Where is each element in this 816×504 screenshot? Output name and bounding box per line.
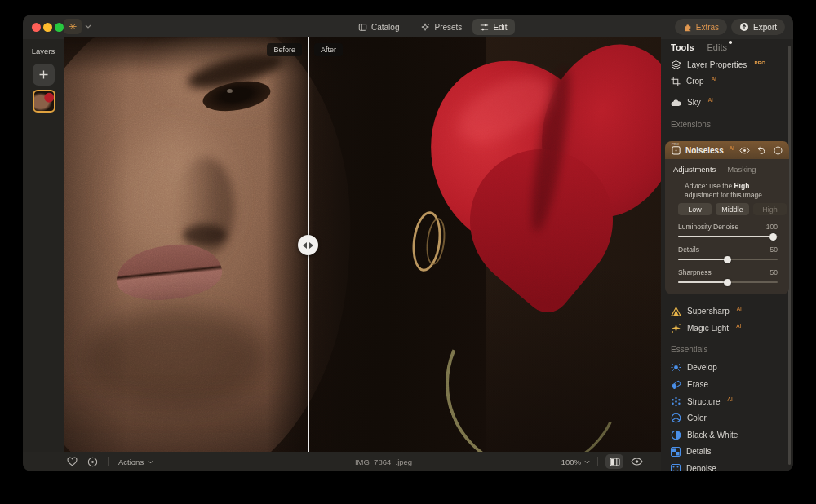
tool-label: Magic Light <box>687 324 729 333</box>
extras-button[interactable]: Extras <box>675 19 727 35</box>
slider-value: 50 <box>770 245 778 254</box>
actions-dropdown[interactable]: Actions <box>118 458 153 466</box>
tool-label: Supersharp <box>687 307 730 316</box>
ai-badge: AI <box>737 306 742 312</box>
noiseless-header[interactable]: PRO Noiseless AI <box>665 141 789 159</box>
cloud-icon <box>671 99 681 107</box>
zoom-dropdown[interactable]: 100% <box>561 458 590 466</box>
app-logo-starburst-icon: ✳ <box>69 21 77 33</box>
tab-catalog[interactable]: Catalog <box>351 19 406 35</box>
noiseless-icon: PRO <box>672 145 681 155</box>
photo-canvas[interactable]: Before After <box>64 37 661 452</box>
zoom-value: 100% <box>561 458 581 466</box>
edit-sliders-icon <box>480 23 489 32</box>
noiseless-title: Noiseless <box>685 146 724 155</box>
reset-undo-icon[interactable] <box>757 146 766 154</box>
noiseless-tab-adjustments[interactable]: Adjustments <box>673 165 716 174</box>
tool-label: Erase <box>687 380 708 389</box>
tool-supersharp[interactable]: Supersharp AI <box>671 305 742 317</box>
strength-low-button[interactable]: Low <box>678 203 712 215</box>
tab-edit[interactable]: Edit <box>472 19 514 35</box>
puzzle-icon <box>683 23 692 32</box>
app-menu-button[interactable]: ✳ <box>64 19 82 34</box>
supersharp-prism-icon <box>671 307 681 316</box>
tool-label: Structure <box>687 397 721 406</box>
layers-sidebar: Layers <box>23 39 64 452</box>
chevron-down-icon <box>148 460 153 464</box>
tool-label: Sky <box>687 98 701 107</box>
strength-high-button[interactable]: High <box>753 203 787 215</box>
favorite-heart-icon[interactable] <box>67 457 78 466</box>
tab-tools[interactable]: Tools <box>671 42 694 52</box>
before-after-drag-handle[interactable] <box>298 235 318 255</box>
chevron-down-icon[interactable] <box>85 24 91 29</box>
slider-label: Details <box>678 245 699 254</box>
minimize-window-button[interactable] <box>43 23 52 32</box>
quick-preview-eye-icon[interactable] <box>631 458 643 466</box>
slider-knob[interactable] <box>724 256 731 263</box>
tool-denoise[interactable]: Denoise <box>671 462 716 471</box>
slider-knob[interactable] <box>724 279 731 286</box>
close-window-button[interactable] <box>32 23 41 32</box>
layers-stack-icon <box>671 60 681 70</box>
app-window: ✳ Catalog Presets E <box>23 15 793 471</box>
tool-magic-light[interactable]: Magic Light AI <box>671 322 741 334</box>
pro-micro-badge: PRO <box>672 142 679 146</box>
tool-erase[interactable]: Erase <box>671 378 708 391</box>
tab-edits[interactable]: Edits <box>707 42 727 52</box>
info-icon[interactable] <box>774 146 783 155</box>
tool-label: Develop <box>687 363 717 372</box>
visibility-eye-icon[interactable] <box>739 147 750 154</box>
layer-thumbnail[interactable] <box>33 90 55 113</box>
extras-label: Extras <box>696 23 719 32</box>
pro-badge: PRO <box>754 60 765 65</box>
tool-label: Details <box>686 447 712 456</box>
fullscreen-window-button[interactable] <box>55 23 64 32</box>
slider-track[interactable] <box>678 259 778 260</box>
slider-sharpness: Sharpness 50 <box>678 268 778 283</box>
tool-crop[interactable]: Crop AI <box>671 75 716 87</box>
denoise-icon <box>671 464 681 472</box>
slider-track[interactable] <box>678 281 778 283</box>
noiseless-advice-text: Advice: use the High adjustment for this… <box>685 182 781 200</box>
tool-sky[interactable]: Sky AI <box>671 96 713 108</box>
tab-presets-label: Presets <box>434 23 462 32</box>
arrow-right-icon <box>309 242 313 249</box>
tool-black-white[interactable]: Black & White <box>671 429 738 441</box>
checker-icon <box>671 447 681 457</box>
slider-knob[interactable] <box>769 233 777 241</box>
ai-badge: AI <box>712 76 716 82</box>
tool-develop[interactable]: Develop <box>671 361 717 374</box>
catalog-icon <box>358 23 367 32</box>
slider-track[interactable] <box>678 236 778 237</box>
slider-value: 50 <box>770 268 778 276</box>
after-label: After <box>314 43 343 56</box>
crop-icon <box>671 77 681 86</box>
half-circle-icon <box>671 430 681 440</box>
slider-label: Luminosity Denoise <box>678 223 738 231</box>
tab-presets[interactable]: Presets <box>414 19 469 35</box>
tool-color[interactable]: Color <box>671 412 707 424</box>
ai-badge: AI <box>728 396 733 402</box>
tool-layer-properties[interactable]: Layer Properties PRO <box>671 59 765 71</box>
ai-badge: AI <box>736 323 741 329</box>
compare-view-button[interactable] <box>605 454 623 469</box>
export-button[interactable]: Export <box>731 19 785 35</box>
strength-middle-button[interactable]: Middle <box>716 203 749 215</box>
tool-label: Denoise <box>686 464 716 471</box>
noiseless-strength-buttons: Low Middle High <box>678 203 787 215</box>
extensions-section-header: Extensions <box>671 120 711 129</box>
tool-details[interactable]: Details <box>671 445 712 458</box>
tool-label: Black & White <box>687 431 738 440</box>
sun-icon <box>671 362 681 373</box>
plus-icon <box>38 69 49 80</box>
titlebar: ✳ Catalog Presets E <box>23 15 793 39</box>
add-layer-button[interactable] <box>33 64 55 86</box>
noiseless-tab-masking[interactable]: Masking <box>727 165 756 174</box>
revert-original-icon[interactable] <box>87 457 98 467</box>
tab-catalog-label: Catalog <box>371 23 399 32</box>
status-bar: Actions IMG_7864_.jpeg 100% <box>23 452 661 471</box>
view-tabs: Catalog Presets Edit <box>351 19 515 35</box>
tool-structure[interactable]: Structure AI <box>671 396 733 408</box>
ai-badge: AI <box>730 145 734 151</box>
